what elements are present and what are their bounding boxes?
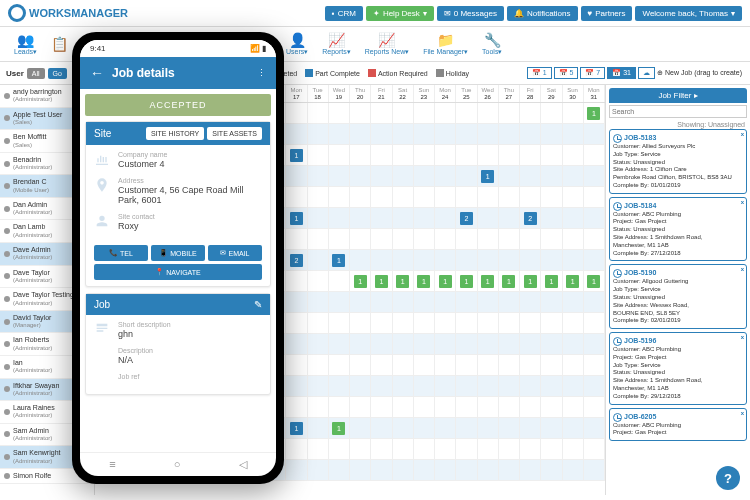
grid-cell[interactable]: 1 xyxy=(329,418,350,438)
grid-cell[interactable] xyxy=(308,145,329,165)
grid-cell[interactable] xyxy=(414,166,435,186)
grid-cell[interactable] xyxy=(478,418,499,438)
grid-cell[interactable] xyxy=(393,292,414,312)
grid-cell[interactable] xyxy=(520,187,541,207)
grid-cell[interactable] xyxy=(456,145,477,165)
grid-cell[interactable] xyxy=(350,460,371,480)
grid-cell[interactable] xyxy=(329,292,350,312)
grid-cell[interactable] xyxy=(308,271,329,291)
grid-cell[interactable] xyxy=(478,397,499,417)
grid-cell[interactable] xyxy=(371,355,392,375)
menu-item[interactable]: 📁File Manager▾ xyxy=(417,30,474,58)
grid-cell[interactable] xyxy=(371,124,392,144)
day-header[interactable]: Fri28 xyxy=(520,85,541,102)
grid-cell[interactable] xyxy=(541,166,562,186)
grid-cell[interactable] xyxy=(520,439,541,459)
grid-cell[interactable] xyxy=(584,397,605,417)
day-header[interactable]: Fri21 xyxy=(371,85,392,102)
grid-cell[interactable] xyxy=(329,124,350,144)
grid-cell[interactable] xyxy=(541,145,562,165)
grid-cell[interactable] xyxy=(478,376,499,396)
grid-cell[interactable] xyxy=(499,250,520,270)
tel-button[interactable]: 📞 TEL xyxy=(94,245,148,261)
grid-cell[interactable] xyxy=(308,250,329,270)
menu-item[interactable]: 📋 xyxy=(45,34,74,54)
grid-cell[interactable] xyxy=(456,166,477,186)
job-block[interactable]: 2 xyxy=(290,254,303,267)
grid-cell[interactable]: 2 xyxy=(456,208,477,228)
grid-cell[interactable] xyxy=(520,355,541,375)
grid-cell[interactable] xyxy=(414,376,435,396)
grid-cell[interactable] xyxy=(499,418,520,438)
close-icon[interactable]: x xyxy=(741,334,744,342)
grid-cell[interactable] xyxy=(414,208,435,228)
menu-item[interactable]: 👤Users▾ xyxy=(280,30,314,58)
grid-cell[interactable]: 1 xyxy=(393,271,414,291)
grid-cell[interactable] xyxy=(478,355,499,375)
grid-cell[interactable] xyxy=(478,313,499,333)
grid-cell[interactable] xyxy=(456,376,477,396)
grid-cell[interactable] xyxy=(456,418,477,438)
grid-cell[interactable] xyxy=(329,460,350,480)
grid-cell[interactable] xyxy=(584,124,605,144)
grid-cell[interactable] xyxy=(478,145,499,165)
grid-cell[interactable] xyxy=(435,355,456,375)
grid-cell[interactable] xyxy=(456,313,477,333)
grid-cell[interactable] xyxy=(478,208,499,228)
day-header[interactable]: Sun23 xyxy=(414,85,435,102)
grid-cell[interactable] xyxy=(393,313,414,333)
grid-cell[interactable] xyxy=(329,439,350,459)
grid-cell[interactable] xyxy=(456,334,477,354)
grid-cell[interactable] xyxy=(563,439,584,459)
site-assets-tab[interactable]: SITE ASSETS xyxy=(207,127,262,140)
grid-cell[interactable] xyxy=(329,145,350,165)
navigate-button[interactable]: 📍 NAVIGATE xyxy=(94,264,262,280)
grid-cell[interactable] xyxy=(520,397,541,417)
grid-cell[interactable] xyxy=(350,208,371,228)
grid-cell[interactable] xyxy=(371,208,392,228)
grid-cell[interactable]: 1 xyxy=(520,271,541,291)
grid-cell[interactable]: 1 xyxy=(329,250,350,270)
grid-cell[interactable] xyxy=(499,376,520,396)
grid-cell[interactable] xyxy=(414,418,435,438)
grid-cell[interactable] xyxy=(286,439,307,459)
grid-cell[interactable] xyxy=(371,292,392,312)
grid-cell[interactable] xyxy=(350,166,371,186)
grid-cell[interactable] xyxy=(308,166,329,186)
grid-cell[interactable]: 1 xyxy=(478,166,499,186)
grid-cell[interactable] xyxy=(499,145,520,165)
grid-cell[interactable] xyxy=(520,229,541,249)
grid-cell[interactable] xyxy=(456,397,477,417)
grid-cell[interactable] xyxy=(350,292,371,312)
grid-cell[interactable] xyxy=(393,418,414,438)
grid-cell[interactable] xyxy=(350,439,371,459)
grid-cell[interactable] xyxy=(435,166,456,186)
menu-item[interactable]: 🔧Tools▾ xyxy=(476,30,508,58)
grid-cell[interactable] xyxy=(584,187,605,207)
grid-cell[interactable] xyxy=(541,334,562,354)
partners-button[interactable]: ♥ Partners xyxy=(581,6,633,21)
job-block[interactable]: 1 xyxy=(587,107,600,120)
grid-cell[interactable] xyxy=(520,166,541,186)
grid-cell[interactable] xyxy=(435,103,456,123)
grid-cell[interactable] xyxy=(456,355,477,375)
job-card[interactable]: xJOB-5190Customer: Allgood GutteringJob … xyxy=(609,264,747,329)
grid-cell[interactable] xyxy=(435,208,456,228)
grid-cell[interactable] xyxy=(563,460,584,480)
grid-cell[interactable] xyxy=(308,229,329,249)
grid-cell[interactable] xyxy=(414,292,435,312)
job-block[interactable]: 1 xyxy=(290,422,303,435)
grid-cell[interactable] xyxy=(286,334,307,354)
grid-cell[interactable] xyxy=(478,103,499,123)
grid-cell[interactable] xyxy=(350,145,371,165)
grid-cell[interactable] xyxy=(414,355,435,375)
grid-cell[interactable] xyxy=(393,187,414,207)
grid-cell[interactable] xyxy=(541,439,562,459)
grid-cell[interactable] xyxy=(478,124,499,144)
view-5day[interactable]: 📅 5 xyxy=(554,67,579,79)
grid-cell[interactable]: 1 xyxy=(584,271,605,291)
grid-cell[interactable] xyxy=(499,313,520,333)
grid-cell[interactable]: 1 xyxy=(371,271,392,291)
grid-cell[interactable] xyxy=(541,187,562,207)
grid-cell[interactable] xyxy=(371,166,392,186)
